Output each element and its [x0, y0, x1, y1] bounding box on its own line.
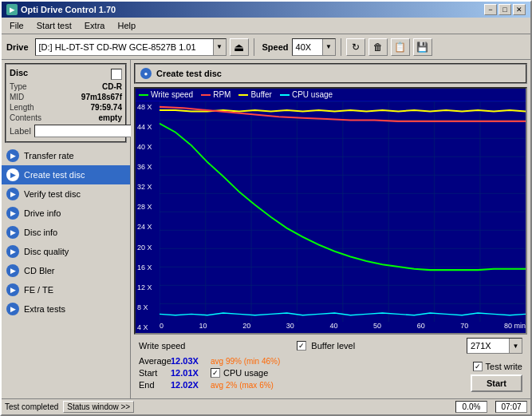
status-time: 07:07: [495, 401, 527, 413]
speed-value-display[interactable]: 271X ▼: [467, 338, 522, 354]
maximize-button[interactable]: □: [499, 4, 511, 15]
window-title: Opti Drive Control 1.70: [21, 5, 116, 14]
status-window-button[interactable]: Status window >>: [63, 401, 134, 413]
disc-contents-label: Contents: [10, 113, 41, 122]
disc-panel: Disc Type CD-R MID 97m18s67f Length 79:5…: [5, 63, 127, 143]
legend-write-speed: Write speed: [139, 90, 193, 99]
sidebar-item-verify-test-disc[interactable]: ▶ Verify test disc: [2, 184, 130, 204]
speed-dropdown-arrow[interactable]: ▼: [322, 39, 335, 55]
start-button[interactable]: Start: [471, 374, 522, 392]
menu-help[interactable]: Help: [112, 19, 140, 32]
sidebar-item-transfer-rate[interactable]: ▶ Transfer rate: [2, 146, 130, 165]
avg-label: Average: [139, 356, 171, 366]
drive-info-icon: ▶: [6, 207, 19, 220]
cpu-usage-label: CPU usage: [223, 368, 268, 378]
avg-row: Average 12.03X avg 99% (min 46%): [139, 356, 464, 366]
menu-extra[interactable]: Extra: [80, 19, 110, 32]
end-label: End: [139, 380, 171, 390]
avg-desc: avg 99% (min 46%): [211, 357, 280, 366]
legend-cpu-label: CPU usage: [292, 90, 333, 99]
erase-button[interactable]: 🗑: [368, 38, 388, 56]
sidebar-item-cd-bler[interactable]: ▶ CD Bler: [2, 261, 130, 280]
legend-cpu-color: [280, 94, 290, 96]
status-bar: Test completed Status window >> 0.0% 07:…: [2, 398, 530, 414]
stats-section: Average 12.03X avg 99% (min 46%) Start 1…: [139, 356, 464, 392]
sidebar-item-drive-info[interactable]: ▶ Drive info: [2, 204, 130, 223]
sidebar-item-label-create-test-disc: Create test disc: [24, 170, 85, 180]
toolbar: Drive [D:] HL-DT-ST CD-RW GCE-8527B 1.01…: [2, 34, 530, 60]
test-write-section: ✓ Test write Start: [471, 356, 522, 392]
legend-write-speed-color: [139, 94, 148, 96]
status-text: Test completed: [5, 402, 58, 411]
transfer-rate-icon: ▶: [6, 149, 19, 162]
x-label-50: 50: [373, 322, 381, 333]
sidebar-item-disc-quality[interactable]: ▶ Disc quality: [2, 242, 130, 261]
disc-info-icon: ▶: [6, 226, 19, 239]
refresh-button[interactable]: ↻: [346, 38, 365, 56]
sidebar-item-fe-te[interactable]: ▶ FE / TE: [2, 280, 130, 299]
main-window: ▶ Opti Drive Control 1.70 − □ ✕ File Sta…: [0, 0, 532, 416]
menu-file[interactable]: File: [5, 19, 29, 32]
drive-label: Drive: [6, 42, 29, 52]
bottom-stats-row: Average 12.03X avg 99% (min 46%) Start 1…: [139, 356, 522, 392]
sidebar-item-label-disc-quality: Disc quality: [24, 247, 69, 256]
y-label-28: 28 X: [137, 203, 158, 211]
y-label-32: 32 X: [137, 183, 158, 191]
test-write-row: ✓ Test write: [473, 362, 522, 371]
cpu-checkbox[interactable]: ✓: [211, 368, 220, 378]
cpu-check-row: ✓ CPU usage: [211, 368, 268, 378]
disc-type-row: Type CD-R: [10, 82, 122, 91]
content-area: ● Create test disc Write speed RPM: [131, 60, 530, 398]
sidebar-item-label-verify-test-disc: Verify test disc: [24, 189, 81, 199]
speed-display-arrow[interactable]: ▼: [509, 339, 522, 353]
disc-mid-value: 97m18s67f: [81, 93, 122, 101]
cd-bler-icon: ▶: [6, 264, 19, 277]
x-label-40: 40: [329, 322, 337, 333]
disc-length-label: Length: [10, 103, 34, 112]
speed-selector[interactable]: 40X ▼: [292, 38, 336, 56]
buffer-level-label: Buffer level: [311, 341, 355, 351]
drive-selector[interactable]: [D:] HL-DT-ST CD-RW GCE-8527B 1.01 ▼: [35, 38, 227, 56]
sidebar-item-extra-tests[interactable]: ▶ Extra tests: [2, 299, 130, 319]
sidebar-item-disc-info[interactable]: ▶ Disc info: [2, 223, 130, 242]
toolbar-separator-2: [341, 38, 341, 56]
end-row: End 12.02X avg 2% (max 6%): [139, 380, 464, 390]
sidebar-item-label-drive-info: Drive info: [24, 208, 61, 218]
status-percentage: 0.0%: [455, 401, 487, 413]
panel-title: Create test disc: [156, 69, 222, 78]
disc-label-row: Label ⚙: [10, 124, 122, 138]
disc-contents-value: empty: [99, 113, 122, 122]
disc-mid-row: MID 97m18s67f: [10, 93, 122, 101]
save-button[interactable]: 💾: [413, 38, 432, 56]
close-button[interactable]: ✕: [513, 4, 526, 15]
disc-checkbox[interactable]: [111, 69, 122, 80]
disc-label-input[interactable]: [34, 125, 137, 137]
write-speed-label: Write speed: [139, 341, 186, 351]
chart-plot-area: 48 X 44 X 40 X 36 X 32 X 28 X 24 X 20 X …: [136, 101, 526, 333]
disc-length-row: Length 79:59.74: [10, 103, 122, 112]
copy-button[interactable]: 📋: [391, 38, 410, 56]
toolbar-separator: [254, 38, 254, 56]
disc-type-value: CD-R: [102, 82, 122, 91]
minimize-button[interactable]: −: [484, 4, 497, 15]
start-row: Start 12.01X ✓ CPU usage: [139, 368, 464, 378]
drive-value: [D:] HL-DT-ST CD-RW GCE-8527B 1.01: [36, 42, 213, 52]
sidebar-item-label-fe-te: FE / TE: [24, 285, 53, 295]
speed-value: 40X: [293, 42, 322, 52]
sidebar-item-create-test-disc[interactable]: ▶ Create test disc: [2, 165, 130, 184]
disc-length-value: 79:59.74: [91, 103, 122, 112]
end-value: 12.02X: [171, 380, 211, 390]
test-write-checkbox[interactable]: ✓: [473, 362, 483, 371]
eject-button[interactable]: ⏏: [230, 38, 249, 56]
disc-label-key: Label: [10, 126, 31, 136]
menu-start-test[interactable]: Start test: [32, 19, 77, 32]
y-label-40: 40 X: [137, 143, 158, 151]
legend-cpu-usage: CPU usage: [280, 90, 333, 99]
y-axis: 48 X 44 X 40 X 36 X 32 X 28 X 24 X 20 X …: [136, 101, 160, 333]
y-label-12: 12 X: [137, 283, 158, 291]
title-bar-left: ▶ Opti Drive Control 1.70: [6, 4, 116, 15]
drive-dropdown-arrow[interactable]: ▼: [213, 39, 226, 55]
legend-buffer: Buffer: [238, 90, 272, 99]
bottom-top-row: Write speed ✓ Buffer level 271X ▼: [139, 338, 522, 354]
buffer-checkbox[interactable]: ✓: [297, 341, 306, 351]
